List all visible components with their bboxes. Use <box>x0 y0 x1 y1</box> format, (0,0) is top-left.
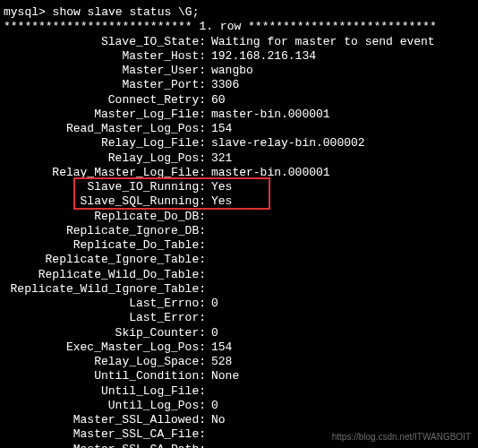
field-row: Replicate_Do_DB: <box>4 210 478 224</box>
field-label: Relay_Log_Pos: <box>4 151 206 166</box>
field-label: Exec_Master_Log_Pos: <box>4 340 206 355</box>
field-label: Replicate_Wild_Do_Table: <box>4 268 206 282</box>
field-value: Yes <box>206 180 232 194</box>
field-row: Read_Master_Log_Pos:154 <box>4 122 478 136</box>
field-label: Slave_IO_Running: <box>4 180 206 194</box>
mysql-prompt: mysql> show slave status \G; <box>4 5 478 20</box>
field-label: Master_SSL_CA_File: <box>4 427 206 442</box>
field-label: Replicate_Ignore_Table: <box>4 253 206 267</box>
field-value <box>206 238 211 253</box>
row-separator: *************************** 1. row *****… <box>4 20 478 34</box>
field-value <box>206 427 211 442</box>
field-label: Skip_Counter: <box>4 326 206 340</box>
field-row: Slave_SQL_Running:Yes <box>4 194 478 209</box>
field-value <box>206 268 211 282</box>
field-row: Replicate_Wild_Do_Table: <box>4 268 478 282</box>
field-row: Master_Host:192.168.216.134 <box>4 49 478 64</box>
field-label: Until_Log_Pos: <box>4 399 206 413</box>
field-label: Replicate_Do_DB: <box>4 210 206 224</box>
field-value: 0 <box>206 326 218 340</box>
field-row: Exec_Master_Log_Pos:154 <box>4 340 478 355</box>
field-value: 0 <box>206 399 218 413</box>
field-value <box>206 282 211 297</box>
field-label: Relay_Master_Log_File: <box>4 166 206 180</box>
field-row: Until_Log_File: <box>4 384 478 399</box>
field-value <box>206 253 211 267</box>
field-value: 154 <box>206 340 232 355</box>
field-row: Master_Log_File:master-bin.000001 <box>4 108 478 122</box>
field-row: Master_SSL_CA_Path: <box>4 443 478 449</box>
field-value <box>206 443 211 449</box>
field-value: wangbo <box>206 64 253 78</box>
field-label: Until_Condition: <box>4 369 206 383</box>
field-label: Relay_Log_Space: <box>4 355 206 369</box>
field-row: Replicate_Wild_Ignore_Table: <box>4 282 478 297</box>
field-label: Replicate_Ignore_DB: <box>4 224 206 238</box>
field-label: Master_SSL_CA_Path: <box>4 443 206 449</box>
field-label: Relay_Log_File: <box>4 136 206 151</box>
field-value <box>206 384 211 399</box>
field-label: Until_Log_File: <box>4 384 206 399</box>
field-value: master-bin.000001 <box>206 108 330 122</box>
field-row: Connect_Retry:60 <box>4 93 478 108</box>
field-value: 528 <box>206 355 232 369</box>
field-row: Relay_Master_Log_File:master-bin.000001 <box>4 166 478 180</box>
field-value: Waiting for master to send event <box>206 35 435 49</box>
field-row: Relay_Log_Space:528 <box>4 355 478 369</box>
field-row: Last_Errno:0 <box>4 297 478 311</box>
field-row: Until_Condition:None <box>4 369 478 383</box>
field-value: slave-relay-bin.000002 <box>206 136 365 151</box>
field-value <box>206 210 211 224</box>
field-value: 0 <box>206 297 218 311</box>
field-row: Slave_IO_Running:Yes <box>4 180 478 194</box>
field-label: Master_User: <box>4 64 206 78</box>
field-value: No <box>206 413 226 427</box>
status-fields: Slave_IO_State:Waiting for master to sen… <box>4 35 478 449</box>
field-value: Yes <box>206 194 232 209</box>
field-label: Master_Host: <box>4 49 206 64</box>
field-label: Connect_Retry: <box>4 93 206 108</box>
field-row: Last_Error: <box>4 311 478 325</box>
field-value: 3306 <box>206 78 239 92</box>
field-value: 321 <box>206 151 232 166</box>
field-label: Master_Port: <box>4 78 206 92</box>
field-value: 154 <box>206 122 232 136</box>
field-row: Replicate_Do_Table: <box>4 238 478 253</box>
field-label: Read_Master_Log_Pos: <box>4 122 206 136</box>
field-row: Master_Port:3306 <box>4 78 478 92</box>
field-row: Skip_Counter:0 <box>4 326 478 340</box>
field-row: Master_User:wangbo <box>4 64 478 78</box>
watermark-text: https://blog.csdn.net/ITWANGBOIT <box>332 432 471 444</box>
field-label: Replicate_Do_Table: <box>4 238 206 253</box>
field-value <box>206 224 211 238</box>
field-label: Slave_SQL_Running: <box>4 194 206 209</box>
field-row: Master_SSL_Allowed:No <box>4 413 478 427</box>
field-value <box>206 311 211 325</box>
field-label: Master_SSL_Allowed: <box>4 413 206 427</box>
field-value: 60 <box>206 93 226 108</box>
field-value: 192.168.216.134 <box>206 49 316 64</box>
field-row: Slave_IO_State:Waiting for master to sen… <box>4 35 478 49</box>
field-label: Last_Error: <box>4 311 206 325</box>
field-row: Relay_Log_File:slave-relay-bin.000002 <box>4 136 478 151</box>
field-label: Replicate_Wild_Ignore_Table: <box>4 282 206 297</box>
field-value: None <box>206 369 239 383</box>
field-value: master-bin.000001 <box>206 166 330 180</box>
field-row: Replicate_Ignore_DB: <box>4 224 478 238</box>
field-row: Replicate_Ignore_Table: <box>4 253 478 267</box>
field-label: Last_Errno: <box>4 297 206 311</box>
field-label: Master_Log_File: <box>4 108 206 122</box>
field-label: Slave_IO_State: <box>4 35 206 49</box>
field-row: Relay_Log_Pos:321 <box>4 151 478 166</box>
field-row: Until_Log_Pos:0 <box>4 399 478 413</box>
